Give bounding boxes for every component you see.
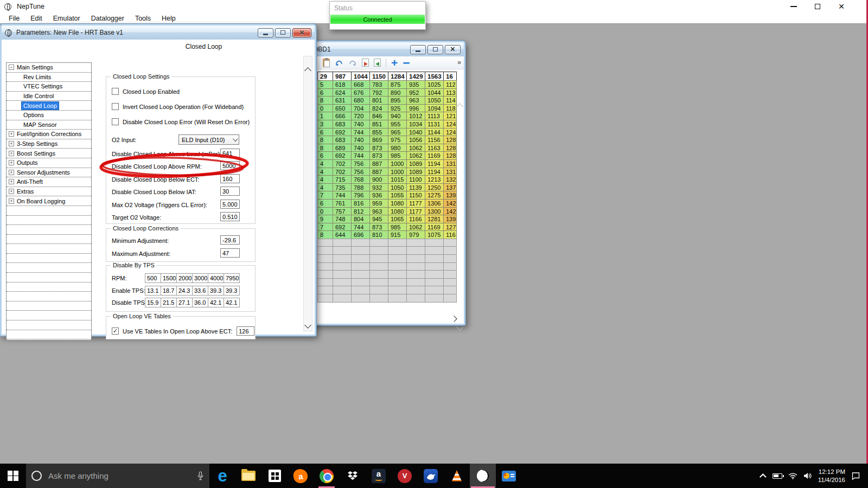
grid-cell[interactable]: 1169: [425, 151, 444, 160]
table-minimize-button[interactable]: [410, 45, 426, 54]
expand-icon[interactable]: +: [9, 141, 14, 146]
grid-cell[interactable]: 676: [351, 88, 370, 97]
grid-empty-cell[interactable]: [317, 262, 333, 271]
grid-empty-cell[interactable]: [388, 278, 407, 287]
grid-cell[interactable]: 9: [317, 215, 333, 223]
grid-empty-cell[interactable]: [425, 254, 444, 263]
grid-empty-cell[interactable]: [443, 239, 457, 247]
tps-cell[interactable]: 42.1: [224, 298, 240, 307]
grid-cell[interactable]: 1144: [425, 128, 444, 137]
grid-cell[interactable]: 744: [333, 191, 352, 200]
grid-cell[interactable]: 1050: [425, 96, 444, 105]
minimize-button[interactable]: [788, 2, 800, 11]
grid-header-cell[interactable]: 29: [317, 72, 333, 81]
grid-empty-cell[interactable]: [333, 246, 352, 255]
sidebar-item-map-sensor[interactable]: MAP Sensor: [7, 120, 91, 130]
grid-cell[interactable]: 975: [388, 136, 407, 144]
grid-cell[interactable]: 1156: [425, 136, 444, 144]
tps-cell[interactable]: 24.3: [176, 286, 193, 296]
grid-cell[interactable]: 1169: [425, 223, 444, 232]
write-to-ecu-icon[interactable]: [362, 59, 369, 67]
grid-header-cell[interactable]: 1150: [369, 72, 388, 81]
ve-tables-checkbox[interactable]: ✓: [112, 328, 119, 335]
grid-empty-cell[interactable]: [369, 262, 388, 271]
grid-empty-cell[interactable]: [425, 262, 444, 271]
grid-cell[interactable]: 702: [333, 168, 352, 176]
grid-empty-cell[interactable]: [425, 239, 444, 247]
grid-cell[interactable]: 618: [333, 80, 352, 89]
grid-empty-cell[interactable]: [369, 294, 388, 303]
grid-cell[interactable]: 704: [351, 104, 370, 113]
grid-cell[interactable]: 112: [443, 80, 457, 89]
grid-empty-cell[interactable]: [333, 286, 352, 294]
grid-empty-cell[interactable]: [317, 278, 333, 287]
grid-cell[interactable]: 3: [317, 120, 333, 129]
grid-cell[interactable]: 624: [333, 88, 352, 97]
sidebar-item-rev-limits[interactable]: Rev Limits: [7, 73, 91, 82]
grid-cell[interactable]: 1163: [425, 144, 444, 152]
tps-cell[interactable]: 3000: [192, 273, 208, 283]
grid-empty-cell[interactable]: [406, 286, 425, 294]
battery-icon[interactable]: [773, 473, 782, 479]
grid-cell[interactable]: 1089: [406, 159, 425, 168]
grid-cell[interactable]: 985: [388, 223, 407, 232]
grid-cell[interactable]: 696: [351, 230, 370, 239]
grid-empty-cell[interactable]: [388, 286, 407, 294]
grid-header-cell[interactable]: 16: [443, 72, 457, 81]
disable-closed-loop-error-will-reset-on-error--checkbox[interactable]: [112, 118, 119, 125]
menu-item-file[interactable]: File: [3, 14, 25, 23]
grid-cell[interactable]: 740: [351, 144, 370, 152]
grid-cell[interactable]: 0: [317, 207, 333, 216]
grid-cell[interactable]: 768: [351, 175, 370, 184]
grid-empty-cell[interactable]: [443, 246, 457, 255]
grid-cell[interactable]: 756: [351, 168, 370, 176]
expand-icon[interactable]: +: [9, 179, 14, 184]
grid-empty-cell[interactable]: [333, 239, 352, 247]
grid-cell[interactable]: 1089: [406, 168, 425, 176]
grid-cell[interactable]: 875: [388, 80, 407, 89]
grid-cell[interactable]: 1250: [425, 183, 444, 192]
grid-empty-cell[interactable]: [333, 294, 352, 303]
grid-empty-cell[interactable]: [351, 294, 370, 303]
grid-cell[interactable]: 985: [388, 151, 407, 160]
grid-empty-cell[interactable]: [388, 239, 407, 247]
grid-cell[interactable]: 1080: [388, 207, 407, 216]
grid-cell[interactable]: 756: [351, 159, 370, 168]
grid-cell[interactable]: 1062: [406, 144, 425, 152]
grid-cell[interactable]: 748: [333, 215, 352, 223]
grid-empty-cell[interactable]: [425, 246, 444, 255]
tps-cell[interactable]: 18.7: [161, 286, 177, 296]
grid-cell[interactable]: 810: [369, 230, 388, 239]
grid-cell[interactable]: 128: [443, 144, 457, 152]
expand-icon[interactable]: +: [9, 198, 14, 204]
grid-empty-cell[interactable]: [317, 239, 333, 247]
sidebar-item-boost-settings[interactable]: +Boost Settings: [7, 149, 91, 158]
grid-cell[interactable]: 666: [333, 112, 352, 120]
grid-empty-cell[interactable]: [443, 262, 457, 271]
grid-cell[interactable]: 631: [333, 96, 352, 105]
grid-cell[interactable]: 139: [443, 215, 457, 223]
param-field-input[interactable]: -29.6: [220, 235, 240, 245]
grid-cell[interactable]: 7: [317, 191, 333, 200]
grid-empty-cell[interactable]: [317, 294, 333, 303]
grid-cell[interactable]: 940: [388, 112, 407, 120]
grid-cell[interactable]: 1040: [406, 128, 425, 137]
grid-empty-cell[interactable]: [425, 286, 444, 294]
grid-empty-cell[interactable]: [406, 262, 425, 271]
grid-cell[interactable]: 855: [369, 128, 388, 137]
grid-cell[interactable]: 114: [443, 96, 457, 105]
grid-cell[interactable]: 1000: [388, 168, 407, 176]
grid-empty-cell[interactable]: [443, 294, 457, 303]
sidebar-item-anti-theft[interactable]: +Anti-Theft: [7, 177, 91, 187]
grid-empty-cell[interactable]: [317, 286, 333, 294]
tps-cell[interactable]: 21.5: [161, 298, 177, 307]
params-scrollbar[interactable]: [303, 56, 312, 331]
grid-cell[interactable]: 689: [333, 144, 352, 152]
sidebar-item-main-settings[interactable]: −Main Settings: [7, 63, 91, 73]
action-center-icon[interactable]: [851, 472, 860, 480]
grid-empty-cell[interactable]: [388, 246, 407, 255]
store-icon[interactable]: [261, 464, 288, 488]
grid-empty-cell[interactable]: [406, 246, 425, 255]
grid-cell[interactable]: 1025: [425, 80, 444, 89]
grid-empty-cell[interactable]: [369, 286, 388, 294]
